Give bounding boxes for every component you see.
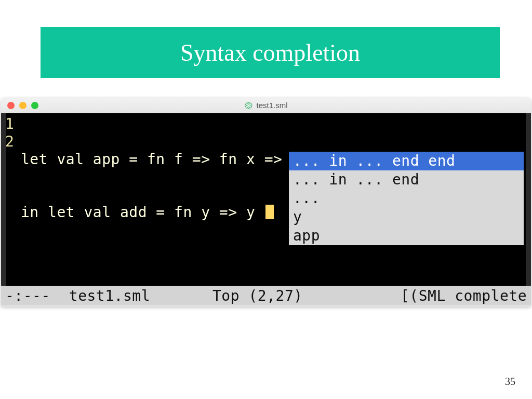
code-line: in let val add = fn y => y <box>21 204 318 221</box>
line-number: 1 <box>5 115 14 133</box>
titlebar-title: test1.sml <box>244 101 287 110</box>
slide-title: Syntax completion <box>41 27 500 78</box>
completion-item[interactable]: y <box>289 208 524 227</box>
line-number-gutter: 1 2 <box>5 115 14 151</box>
code-line: let val app = fn f => fn x => f x <box>21 151 318 168</box>
window-titlebar[interactable]: test1.sml <box>1 98 531 113</box>
modeline-buffer: test1.sml <box>50 287 150 304</box>
modeline-status: -:--- <box>5 287 50 304</box>
window-filename: test1.sml <box>256 101 287 110</box>
minimize-icon[interactable] <box>19 102 26 109</box>
traffic-lights <box>1 102 38 109</box>
slide-title-text: Syntax completion <box>180 39 360 66</box>
modeline: -:--- test1.sml Top (2,27) [(SML complet… <box>1 286 531 305</box>
right-margin <box>526 113 531 286</box>
svg-point-4 <box>248 104 249 106</box>
file-icon <box>244 101 252 110</box>
modeline-mode: [(SML complete <box>401 287 527 304</box>
completion-item[interactable]: ... in ... end <box>289 170 524 189</box>
completion-item[interactable]: app <box>289 227 524 245</box>
text-cursor <box>265 205 274 219</box>
completion-item[interactable]: ... in ... end end <box>289 152 524 170</box>
editor-body[interactable]: 1 2 let val app = fn f => fn x => f x in… <box>1 113 531 286</box>
completion-popup[interactable]: ... in ... end end ... in ... end ... y … <box>289 152 524 245</box>
page-number: 35 <box>505 376 515 388</box>
modeline-position: Top (2,27) <box>150 287 303 304</box>
code-text: in let val add = fn y => y <box>21 204 264 221</box>
code-area[interactable]: let val app = fn f => fn x => f x in let… <box>21 115 318 257</box>
close-icon[interactable] <box>7 102 15 109</box>
maximize-icon[interactable] <box>31 102 38 109</box>
code-text: let val app = fn f => fn x => f x <box>21 151 318 168</box>
line-number: 2 <box>5 133 14 151</box>
completion-item[interactable]: ... <box>289 189 524 208</box>
editor-window: test1.sml 1 2 let val app = fn f => fn x… <box>1 98 531 307</box>
